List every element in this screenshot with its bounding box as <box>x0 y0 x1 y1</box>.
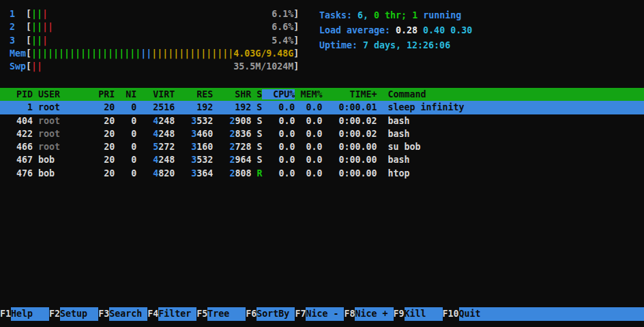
fkey-f6-label[interactable]: SortBy <box>257 307 295 321</box>
bracket-close: ] <box>293 9 299 19</box>
cell-shr: 728 <box>235 142 251 152</box>
fkey-f5-label[interactable]: Tree <box>207 307 246 321</box>
cell-mem: 0.0 <box>295 168 322 178</box>
fkey-f2-label[interactable]: Setup <box>60 307 98 321</box>
meter-pad <box>42 61 233 72</box>
green-bars: || <box>31 22 42 32</box>
cell-pad <box>175 129 191 139</box>
column-header-cpu[interactable]: CPU% <box>262 89 295 99</box>
column-header-shr[interactable]: SHR <box>213 89 251 99</box>
fkey-f10-label[interactable]: Quit <box>459 307 481 321</box>
cell-pri: 20 <box>87 102 115 112</box>
cell-cmd: su bob <box>388 142 644 152</box>
fkey-f6-key[interactable]: F6 <box>246 307 257 321</box>
swp-label: Swp <box>10 61 26 72</box>
cell-time: 0:00.02 <box>323 116 377 126</box>
process-row-404[interactable]: 404 root 20 0 4248 3532 2908 S 0.0 0.0 0… <box>0 114 644 127</box>
fkey-f1-label[interactable]: Help <box>11 307 49 321</box>
tasks-summary: Tasks: 6, 0 thr; 1 running <box>319 8 472 23</box>
cell-gap <box>377 129 388 139</box>
fkey-f8-key[interactable]: F8 <box>344 307 355 321</box>
meter-panel: 1 [||| 6.1%]2 [|||| 6.6%]3 [||| 5.4%]Mem… <box>10 7 299 73</box>
cell-gap <box>33 116 38 126</box>
cpu2-value: 6.6% <box>272 22 293 32</box>
cell-gap <box>377 142 388 152</box>
uptime-seg-1: 7 days, 12:26:06 <box>363 40 450 50</box>
bracket-close: ] <box>293 61 299 72</box>
swp-value: 35.5M/1024M <box>233 61 293 72</box>
cell-cpu: 0.0 <box>262 142 295 152</box>
bracket-close: ] <box>293 48 299 59</box>
mem-value: 4.03G/9.48G <box>233 48 293 59</box>
column-header-mem[interactable]: MEM% <box>295 89 322 99</box>
cell-user: root <box>38 129 87 139</box>
cell-cpu: 0.0 <box>262 155 295 165</box>
cell-pri: 20 <box>87 155 115 165</box>
cell-pad <box>175 116 191 126</box>
green-bars: || <box>31 9 42 19</box>
uptime-seg-0: Uptime: <box>319 40 363 50</box>
cell-pri: 20 <box>87 142 115 152</box>
cell-virt: 248 <box>158 155 175 165</box>
green-bars: || <box>31 35 42 46</box>
cell-mem: 0.0 <box>295 102 322 112</box>
column-header-res[interactable]: RES <box>175 89 213 99</box>
cell-shr: 836 <box>235 129 251 139</box>
fkey-f4-key[interactable]: F4 <box>147 307 158 321</box>
process-row-466[interactable]: 466 root 20 0 5272 3160 2728 S 0.0 0.0 0… <box>0 140 644 153</box>
column-header-user[interactable]: USER <box>38 89 87 99</box>
column-header-virt[interactable]: VIRT <box>136 89 175 99</box>
fkey-f10-key[interactable]: F10 <box>443 307 459 321</box>
process-row-467[interactable]: 467 bob 20 0 4248 3532 2964 S 0.0 0.0 0:… <box>0 153 644 166</box>
cell-pad <box>213 155 229 165</box>
cell-virt: 248 <box>158 129 175 139</box>
column-header-cmd[interactable]: Command <box>388 89 644 99</box>
fkey-f4-label[interactable]: Filter <box>158 307 196 321</box>
column-header-s[interactable]: S <box>251 89 262 99</box>
cell-pad <box>213 168 229 178</box>
column-header-ni[interactable]: NI <box>115 89 136 99</box>
fkey-f9-label[interactable]: Kill <box>405 307 443 321</box>
fkey-f3-key[interactable]: F3 <box>98 307 109 321</box>
column-header-time[interactable]: TIME+ <box>322 89 377 99</box>
htop-terminal: 1 [||| 6.1%]2 [|||| 6.6%]3 [||| 5.4%]Mem… <box>0 0 644 327</box>
header-gap <box>377 89 387 99</box>
cell-pad <box>136 168 153 178</box>
cell-user: bob <box>38 168 87 178</box>
fkey-f5-key[interactable]: F5 <box>196 307 207 321</box>
cell-shr: 908 <box>235 116 251 126</box>
cpu2-label: 2 <box>10 22 26 32</box>
process-row-476[interactable]: 476 bob 20 0 4820 3364 2808 R 0.0 0.0 0:… <box>0 167 644 180</box>
cell-user: bob <box>38 155 87 165</box>
fkey-f3-label[interactable]: Search <box>109 307 147 321</box>
cell-s: S <box>251 129 262 139</box>
yellow-bars: ||||||||||||||| <box>151 48 233 59</box>
cell-s: R <box>251 168 262 178</box>
fkey-f9-key[interactable]: F9 <box>394 307 405 321</box>
cell-time: 0:00.01 <box>322 102 377 112</box>
cell-gap <box>33 168 38 178</box>
load-average-seg-0: Load average: <box>319 25 396 35</box>
cell-virt: 2516 <box>136 102 175 112</box>
process-row-422[interactable]: 422 root 20 0 4248 3460 2836 S 0.0 0.0 0… <box>0 127 644 140</box>
fkey-f7-key[interactable]: F7 <box>295 307 306 321</box>
cell-pri: 20 <box>87 116 115 126</box>
cell-pri: 20 <box>87 129 115 139</box>
fkey-f7-label[interactable]: Nice - <box>306 307 344 321</box>
column-header-pri[interactable]: PRI <box>87 89 115 99</box>
fkey-f8-label[interactable]: Nice + <box>355 307 393 321</box>
fkey-f2-key[interactable]: F2 <box>49 307 60 321</box>
fkey-f1-key[interactable]: F1 <box>0 307 11 321</box>
cell-cpu: 0.0 <box>262 129 295 139</box>
cell-pad <box>213 142 229 152</box>
green-bars: |||||||||||||||||||| <box>31 48 141 59</box>
cell-pad <box>136 116 153 126</box>
cell-ni: 0 <box>115 155 136 165</box>
cell-cmd: bash <box>388 116 644 126</box>
cell-pid: 467 <box>0 155 33 165</box>
process-row-1[interactable]: 1 root 20 0 2516 192 192 S 0.0 0.0 0:00.… <box>0 101 644 114</box>
cell-mem: 0.0 <box>295 155 322 165</box>
cell-time: 0:00.00 <box>323 142 377 152</box>
cell-user: root <box>38 102 87 112</box>
column-header-pid[interactable]: PID <box>0 89 33 99</box>
